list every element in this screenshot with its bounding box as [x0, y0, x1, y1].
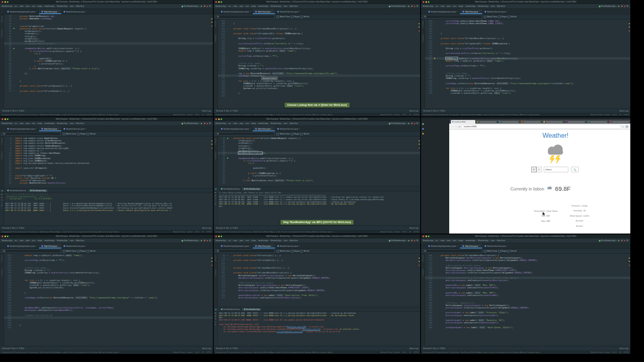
breadcrumb-item[interactable]: main› — [19, 240, 26, 242]
titlebar[interactable]: MainView.java - WeatherApp - [~/Document… — [214, 117, 420, 121]
debug-icon[interactable]: ⬣ — [204, 240, 205, 242]
run-icon[interactable]: ▶ — [618, 240, 620, 242]
status-segment[interactable]: LF — [619, 351, 621, 353]
status-segment[interactable]: 50:21 — [402, 351, 407, 353]
find-option[interactable]: Match Case — [277, 250, 290, 252]
code-editor[interactable]: 43 protected void class="tm">init(Vaadin… — [218, 137, 420, 186]
editor-tab[interactable]: WeatherAppApplication.java× — [219, 126, 253, 131]
breadcrumb-item[interactable]: src› — [436, 240, 440, 242]
run-icon[interactable]: ▶ — [618, 5, 620, 7]
breadcrumb-item[interactable]: WeatherApp› — [215, 240, 228, 242]
breadcrumb-item[interactable]: java› — [447, 240, 452, 242]
find-option[interactable]: Regex — [498, 250, 507, 252]
run-tab[interactable]: RunWeatherApp — [242, 308, 261, 311]
run-config-selector[interactable]: RunWeatherApp▾ — [182, 240, 200, 242]
breadcrumb-item[interactable]: MainView› — [76, 5, 84, 7]
run-tab[interactable]: RunWeatherApp — [29, 189, 47, 192]
vcs-warning[interactable]: Unregistered VCS root detected: The dire… — [423, 114, 587, 116]
status-segment[interactable]: LF — [619, 114, 621, 116]
breadcrumb-item[interactable]: WeatherApp› — [2, 122, 14, 124]
find-option[interactable]: Regex — [77, 133, 86, 135]
find-option[interactable]: Words — [300, 16, 309, 18]
breadcrumb-item[interactable]: WeatherApp› — [270, 5, 283, 7]
traffic-lights-icon[interactable] — [2, 1, 8, 3]
search-icon[interactable]: 🔍 — [416, 5, 419, 7]
status-segment[interactable]: Material Theme - Default — [590, 351, 610, 353]
tool-window-strip[interactable]: 1: Project7: Structure — [214, 137, 218, 186]
tool-window-strip[interactable]: 1: Project7: Structure — [421, 254, 425, 346]
traffic-lights-icon[interactable] — [2, 236, 8, 237]
find-option[interactable]: Words — [87, 133, 95, 135]
find-option[interactable]: Match Case — [277, 16, 290, 18]
breadcrumb-item[interactable]: WeatherApp› — [270, 122, 283, 124]
breadcrumb-item[interactable]: WeatherApp› — [270, 240, 283, 242]
event-log-button[interactable]: Event Log — [409, 227, 418, 229]
editor-tab[interactable]: WeatherService.java× — [61, 126, 89, 131]
breadcrumb-item[interactable]: com› — [453, 240, 459, 242]
debug-icon[interactable]: ⬣ — [411, 5, 413, 7]
search-icon[interactable]: 🔍 — [209, 240, 211, 242]
run-icon[interactable]: ▶ — [408, 122, 410, 124]
breadcrumb-item[interactable]: MainView› — [289, 5, 298, 7]
editor-tab[interactable]: MainView.java× — [460, 243, 482, 248]
search-icon[interactable]: 🔍 — [416, 240, 419, 242]
breadcrumb-item[interactable]: weatherapp› — [44, 5, 57, 7]
forward-icon[interactable]: → — [455, 125, 457, 128]
traffic-lights-icon[interactable] — [215, 236, 222, 237]
tool-window-strip[interactable]: 1: Project7: Structure — [0, 254, 4, 346]
run-icon[interactable]: ▶ — [201, 240, 202, 242]
find-option[interactable]: Words — [87, 250, 95, 252]
vcs-warning[interactable]: Unregistered VCS root detected: The dire… — [2, 114, 170, 116]
toolwindow-button[interactable]: 5: Run — [224, 227, 229, 229]
run-config-selector[interactable]: RunWeatherApp▾ — [182, 5, 200, 7]
toolwindow-button[interactable]: 5: Run — [431, 110, 437, 112]
editor-tab[interactable]: MainView.java× — [39, 243, 61, 248]
breadcrumb-item[interactable]: MainView› — [289, 122, 298, 124]
status-segment[interactable]: UTF-8 — [206, 231, 211, 233]
breadcrumb-item[interactable]: weatherapp› — [465, 5, 478, 7]
find-option[interactable]: Match Case — [277, 133, 290, 135]
breadcrumb-item[interactable]: src› — [228, 5, 233, 7]
breadcrumb-item[interactable]: com› — [246, 122, 252, 124]
breadcrumb-item[interactable]: com› — [32, 5, 38, 7]
breadcrumb-item[interactable]: bwap› — [37, 5, 44, 7]
event-log-button[interactable]: Event Log — [409, 110, 418, 112]
bookmark-star-icon[interactable]: ☆ — [622, 125, 624, 128]
event-log-button[interactable]: Event Log — [202, 227, 211, 229]
vcs-warning[interactable]: Unregistered VCS root detected: The dire… — [423, 351, 587, 353]
traffic-lights-icon[interactable] — [2, 118, 8, 120]
editor-tab[interactable]: MainView.java× — [39, 126, 61, 131]
breadcrumb-item[interactable]: main› — [440, 240, 447, 242]
toolwindow-button[interactable]: Terminal — [423, 110, 430, 112]
status-segment[interactable]: 50:21 — [612, 351, 617, 353]
breadcrumb-item[interactable]: java› — [447, 5, 452, 7]
breadcrumb-item[interactable]: src› — [436, 5, 440, 7]
breadcrumb-item[interactable]: view› — [70, 122, 76, 124]
code-editor[interactable]: 4import com.vaadin.icons.VaadinIcons;5im… — [4, 137, 213, 188]
breadcrumb-item[interactable]: WeatherApp› — [57, 122, 70, 124]
find-input[interactable]: Gr — [216, 132, 275, 136]
editor-tab[interactable]: WeatherAppApplication.java× — [426, 243, 460, 248]
run-icon[interactable]: ▶ — [201, 122, 202, 124]
run-config-selector[interactable]: RunWeatherApp▾ — [182, 122, 200, 124]
search-icon[interactable]: 🔍 — [209, 5, 211, 7]
editor-tab[interactable]: WeatherAppApplication.java× — [5, 126, 39, 131]
titlebar[interactable]: MainView.java - WeatherApp - [~/Document… — [214, 0, 420, 4]
toolwindow-button[interactable]: 5: Run — [224, 348, 229, 350]
event-log-button[interactable]: Event Log — [619, 110, 628, 112]
breadcrumb-item[interactable]: java› — [26, 240, 31, 242]
run-config-selector[interactable]: RunWeatherApp▾ — [599, 5, 617, 7]
browser-tab[interactable] — [586, 120, 608, 124]
breadcrumb-item[interactable]: WeatherApp› — [2, 5, 14, 7]
breadcrumb-item[interactable]: MainView› — [76, 240, 84, 242]
vcs-warning[interactable]: Unregistered VCS root detected: The dire… — [2, 351, 170, 353]
editor-tab[interactable]: WeatherService.java× — [275, 9, 303, 14]
breadcrumb-item[interactable]: src› — [228, 122, 233, 124]
breadcrumb-item[interactable]: weatherapp› — [258, 240, 270, 242]
toolwindow-button[interactable]: 5: Run — [224, 110, 229, 112]
browser-tab[interactable] — [520, 120, 542, 124]
reload-icon[interactable]: ⟳ — [458, 125, 460, 128]
console-toolbar[interactable]: ⟳■∥⤓≋ — [214, 312, 218, 346]
status-segment[interactable]: Material Theme - Default — [590, 114, 610, 116]
editor-tab[interactable]: WeatherService.java× — [275, 243, 303, 248]
